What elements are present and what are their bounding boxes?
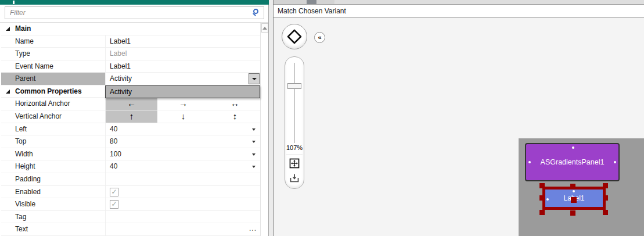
search-icon[interactable] bbox=[253, 9, 261, 17]
filter-box bbox=[5, 6, 264, 19]
pan-control[interactable] bbox=[282, 24, 307, 49]
anchor-bottom-button[interactable]: ↓ bbox=[157, 110, 209, 123]
property-value[interactable]: 80 bbox=[105, 135, 260, 148]
caret-down-icon[interactable] bbox=[252, 141, 256, 143]
property-label: Parent bbox=[1, 73, 105, 85]
ellipsis-button[interactable]: ... bbox=[249, 224, 257, 233]
property-label: Tag bbox=[1, 211, 105, 223]
property-value[interactable]: Label bbox=[105, 48, 260, 60]
dropdown-button[interactable] bbox=[249, 73, 260, 84]
variant-header: Match Chosen Variant bbox=[274, 4, 644, 18]
property-row-type: TypeLabel bbox=[1, 48, 260, 60]
caret-down-icon bbox=[252, 78, 257, 80]
property-label: Left bbox=[1, 123, 105, 135]
selection-handle-bottom-left[interactable] bbox=[539, 210, 545, 215]
anchor-right-button[interactable]: → bbox=[157, 98, 209, 110]
property-label: Visible bbox=[1, 198, 105, 210]
selection-handle-top-right[interactable] bbox=[603, 183, 608, 188]
titlebar-text-fragment bbox=[13, 1, 15, 4]
parent-dropdown-popup: Activity bbox=[105, 85, 260, 98]
grid-scrollbar[interactable] bbox=[260, 23, 268, 236]
collapse-tools-button[interactable]: « bbox=[314, 32, 325, 43]
property-row-text: Text... bbox=[1, 223, 260, 236]
property-label: Vertical Anchor bbox=[1, 110, 105, 123]
tab-strip-segment bbox=[334, 0, 644, 4]
property-value-text: 40 bbox=[106, 123, 260, 135]
filter-bar bbox=[0, 5, 268, 23]
property-value[interactable]: 100 bbox=[105, 148, 260, 160]
property-row-main[interactable]: Main bbox=[1, 23, 260, 35]
property-row-padding: Padding bbox=[1, 173, 260, 186]
anchor-both-vertical-button[interactable]: ↕ bbox=[209, 110, 261, 123]
selection-handle-middle-right[interactable] bbox=[603, 195, 608, 201]
property-value-text: 80 bbox=[106, 135, 260, 148]
designer-panel[interactable]: ASGradientsPanel1 bbox=[525, 143, 620, 181]
property-value[interactable]: ✓ bbox=[105, 186, 260, 198]
zoom-slider-handle[interactable] bbox=[287, 83, 301, 89]
property-value[interactable] bbox=[105, 173, 260, 185]
section-label: Main bbox=[15, 23, 31, 35]
scroll-up-button[interactable] bbox=[261, 23, 268, 33]
property-grid: MainNameLabel1TypeLabelEvent NameLabel1P… bbox=[1, 23, 260, 236]
property-value[interactable]: 40 bbox=[105, 123, 260, 135]
property-row-tag: Tag bbox=[1, 211, 260, 224]
property-label: Type bbox=[1, 48, 105, 60]
tab-strip[interactable] bbox=[274, 0, 644, 4]
panel-splitter[interactable] bbox=[269, 0, 273, 236]
anchor-both-horizontal-button[interactable]: ↔ bbox=[209, 98, 261, 110]
properties-panel: MainNameLabel1TypeLabelEvent NameLabel1P… bbox=[0, 0, 269, 236]
property-value[interactable]: Label1 bbox=[105, 35, 260, 48]
property-label: Top bbox=[1, 135, 105, 148]
caret-down-icon[interactable] bbox=[252, 166, 256, 168]
tab-fragment[interactable] bbox=[307, 0, 316, 4]
panel-right-dot bbox=[614, 161, 616, 163]
anchor-top-button[interactable]: ↑ bbox=[106, 110, 157, 123]
property-value[interactable]: ↑↓↕ bbox=[105, 110, 260, 123]
device-screen[interactable]: ASGradientsPanel1 Label1 bbox=[519, 138, 644, 236]
fit-to-screen-icon bbox=[289, 158, 300, 169]
label-top-dot bbox=[573, 190, 575, 192]
property-label: Name bbox=[1, 35, 105, 48]
pan-arrows-icon bbox=[282, 24, 307, 49]
checkbox[interactable]: ✓ bbox=[110, 188, 118, 196]
property-value[interactable]: Label1 bbox=[105, 60, 260, 73]
zoom-slider-track[interactable] bbox=[294, 63, 295, 143]
property-value[interactable]: Activity bbox=[105, 73, 260, 85]
property-value[interactable]: 40 bbox=[105, 160, 260, 173]
selection-handle-middle-left[interactable] bbox=[539, 195, 545, 201]
selection-handle-top-left[interactable] bbox=[539, 183, 545, 188]
property-row-name: NameLabel1 bbox=[1, 35, 260, 48]
filter-input[interactable] bbox=[5, 7, 249, 19]
anchor-left-button[interactable]: ← bbox=[106, 98, 157, 110]
property-value[interactable] bbox=[105, 211, 260, 223]
property-row-top: Top80 bbox=[1, 135, 260, 148]
property-row-left: Left40 bbox=[1, 123, 260, 136]
property-value[interactable]: ... bbox=[105, 223, 260, 235]
property-value[interactable]: ←→↔ bbox=[105, 98, 260, 110]
selection-handle-center[interactable] bbox=[571, 197, 577, 203]
fit-to-screen-button[interactable] bbox=[289, 158, 300, 169]
caret-down-icon[interactable] bbox=[252, 153, 256, 156]
selection-handle-bottom-center[interactable] bbox=[570, 210, 575, 216]
zoom-slider[interactable]: 107% bbox=[285, 56, 304, 189]
selection-handle-top-center[interactable] bbox=[570, 184, 575, 189]
property-row-horizontal-anchor: Horizontal Anchor←→↔ bbox=[1, 98, 260, 110]
download-tray-icon bbox=[289, 173, 300, 183]
checkbox[interactable]: ✓ bbox=[110, 200, 118, 209]
property-value[interactable]: ✓ bbox=[105, 198, 260, 210]
property-value-text: Label1 bbox=[106, 60, 260, 73]
property-value-text: Activity bbox=[106, 73, 260, 85]
dropdown-item[interactable]: Activity bbox=[106, 86, 260, 98]
caret-down-icon[interactable] bbox=[252, 128, 256, 131]
property-label: Event Name bbox=[1, 60, 105, 73]
property-row-visible: Visible✓ bbox=[1, 198, 260, 211]
design-canvas[interactable]: « 107% bbox=[274, 19, 644, 236]
expander-icon[interactable] bbox=[6, 27, 10, 31]
expander-icon[interactable] bbox=[6, 90, 10, 94]
zoom-percent-label: 107% bbox=[285, 144, 304, 151]
load-layout-button[interactable] bbox=[289, 173, 300, 184]
selection-handle-bottom-right[interactable] bbox=[603, 210, 608, 215]
property-value-text: 40 bbox=[106, 160, 260, 173]
property-value-text: 100 bbox=[106, 148, 260, 160]
selection-frame[interactable]: Label1 bbox=[542, 187, 606, 210]
